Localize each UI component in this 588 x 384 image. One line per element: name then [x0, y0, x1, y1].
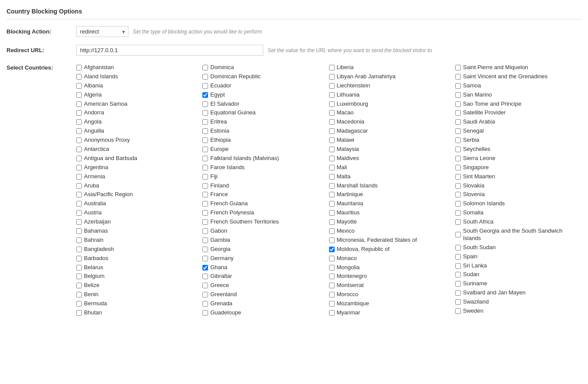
country-name-label[interactable]: Barbados — [84, 255, 108, 262]
country-checkbox[interactable] — [202, 237, 208, 243]
country-name-label[interactable]: Belgium — [84, 273, 104, 280]
country-checkbox[interactable] — [202, 147, 208, 152]
country-checkbox[interactable] — [202, 256, 208, 261]
country-name-label[interactable]: Satellite Provider — [463, 109, 506, 117]
country-name-label[interactable]: Spain — [463, 253, 477, 260]
country-checkbox[interactable] — [76, 165, 82, 170]
country-name-label[interactable]: Antigua and Barbuda — [84, 155, 137, 162]
country-name-label[interactable]: Somalia — [463, 209, 484, 217]
country-name-label[interactable]: Falkland Islands (Malvinas) — [210, 155, 279, 162]
country-name-label[interactable]: Liberia — [337, 64, 354, 71]
country-checkbox[interactable] — [202, 265, 208, 270]
country-checkbox[interactable] — [329, 301, 335, 307]
country-name-label[interactable]: Solomon Islands — [463, 200, 505, 207]
country-name-label[interactable]: Malawi — [337, 137, 354, 144]
country-checkbox[interactable] — [202, 228, 208, 234]
country-checkbox[interactable] — [202, 183, 208, 189]
country-checkbox[interactable] — [455, 119, 461, 125]
country-checkbox[interactable] — [202, 192, 208, 197]
country-checkbox[interactable] — [76, 147, 82, 152]
country-checkbox[interactable] — [455, 137, 461, 143]
country-name-label[interactable]: Sierra Leone — [463, 155, 495, 162]
country-checkbox[interactable] — [76, 119, 82, 125]
country-name-label[interactable]: Azerbaijan — [84, 218, 111, 226]
country-checkbox[interactable] — [202, 292, 208, 297]
country-name-label[interactable]: Slovakia — [463, 182, 484, 190]
country-checkbox[interactable] — [329, 92, 335, 98]
country-checkbox[interactable] — [76, 247, 82, 252]
country-name-label[interactable]: Marshall Islands — [337, 182, 378, 190]
country-name-label[interactable]: Bangladesh — [84, 246, 114, 253]
country-name-label[interactable]: Armenia — [84, 173, 105, 180]
country-checkbox[interactable] — [455, 201, 461, 207]
country-checkbox[interactable] — [202, 310, 208, 316]
country-name-label[interactable]: Faroe Islands — [210, 164, 245, 171]
country-name-label[interactable]: Benin — [84, 291, 98, 298]
country-name-label[interactable]: Guadeloupe — [210, 309, 241, 317]
country-name-label[interactable]: Slovenia — [463, 191, 485, 198]
country-checkbox[interactable] — [329, 83, 335, 89]
country-checkbox[interactable] — [76, 274, 82, 279]
country-name-label[interactable]: Saint Pierre and Miquelon — [463, 64, 528, 71]
country-name-label[interactable]: Montenegro — [337, 273, 367, 280]
country-checkbox[interactable] — [455, 156, 461, 161]
country-checkbox[interactable] — [329, 192, 335, 197]
country-checkbox[interactable] — [202, 83, 208, 89]
country-checkbox[interactable] — [76, 237, 82, 243]
country-checkbox[interactable] — [455, 232, 461, 237]
country-name-label[interactable]: Lithuania — [337, 91, 360, 99]
country-checkbox[interactable] — [455, 254, 461, 260]
country-checkbox[interactable] — [329, 256, 335, 261]
country-checkbox[interactable] — [329, 119, 335, 125]
country-name-label[interactable]: Finland — [210, 182, 229, 190]
country-name-label[interactable]: Gibraltar — [210, 273, 232, 280]
country-checkbox[interactable] — [202, 119, 208, 125]
country-checkbox[interactable] — [76, 228, 82, 234]
country-name-label[interactable]: Saudi Arabia — [463, 118, 495, 126]
country-checkbox[interactable] — [455, 183, 461, 189]
country-checkbox[interactable] — [329, 65, 335, 70]
country-checkbox[interactable] — [329, 183, 335, 189]
country-checkbox[interactable] — [76, 101, 82, 107]
country-name-label[interactable]: Albania — [84, 82, 103, 90]
country-name-label[interactable]: Ecuador — [210, 82, 231, 90]
country-checkbox[interactable] — [76, 201, 82, 207]
country-checkbox[interactable] — [202, 101, 208, 107]
country-checkbox[interactable] — [202, 156, 208, 161]
country-checkbox[interactable] — [329, 174, 335, 180]
country-checkbox[interactable] — [329, 310, 335, 316]
country-name-label[interactable]: Bhutan — [84, 309, 102, 317]
country-checkbox[interactable] — [329, 156, 335, 161]
country-checkbox[interactable] — [202, 174, 208, 180]
country-checkbox[interactable] — [202, 128, 208, 134]
country-name-label[interactable]: Malta — [337, 173, 351, 180]
country-name-label[interactable]: Argentina — [84, 164, 108, 171]
country-checkbox[interactable] — [455, 219, 461, 225]
country-name-label[interactable]: Morocco — [337, 291, 359, 298]
country-checkbox[interactable] — [329, 283, 335, 288]
country-checkbox[interactable] — [76, 292, 82, 297]
country-name-label[interactable]: Singapore — [463, 164, 489, 171]
country-checkbox[interactable] — [202, 210, 208, 216]
country-name-label[interactable]: Algeria — [84, 91, 101, 99]
country-name-label[interactable]: Madagascar — [337, 127, 368, 135]
country-checkbox[interactable] — [455, 74, 461, 80]
country-name-label[interactable]: Senegal — [463, 127, 484, 135]
country-name-label[interactable]: French Southern Territories — [210, 218, 279, 226]
country-name-label[interactable]: Seychelles — [463, 146, 491, 153]
country-checkbox[interactable] — [329, 292, 335, 297]
country-checkbox[interactable] — [76, 74, 82, 80]
country-checkbox[interactable] — [455, 147, 461, 152]
country-checkbox[interactable] — [76, 65, 82, 70]
country-name-label[interactable]: Estonia — [210, 127, 229, 135]
country-checkbox[interactable] — [202, 165, 208, 170]
country-name-label[interactable]: Malaysia — [337, 146, 359, 153]
country-checkbox[interactable] — [455, 210, 461, 216]
country-checkbox[interactable] — [455, 128, 461, 134]
country-name-label[interactable]: Greenland — [210, 291, 237, 298]
country-checkbox[interactable] — [76, 137, 82, 143]
blocking-action-select[interactable]: redirect block captcha — [76, 26, 128, 37]
country-checkbox[interactable] — [202, 301, 208, 307]
country-checkbox[interactable] — [329, 147, 335, 152]
country-name-label[interactable]: Gambia — [210, 237, 230, 244]
